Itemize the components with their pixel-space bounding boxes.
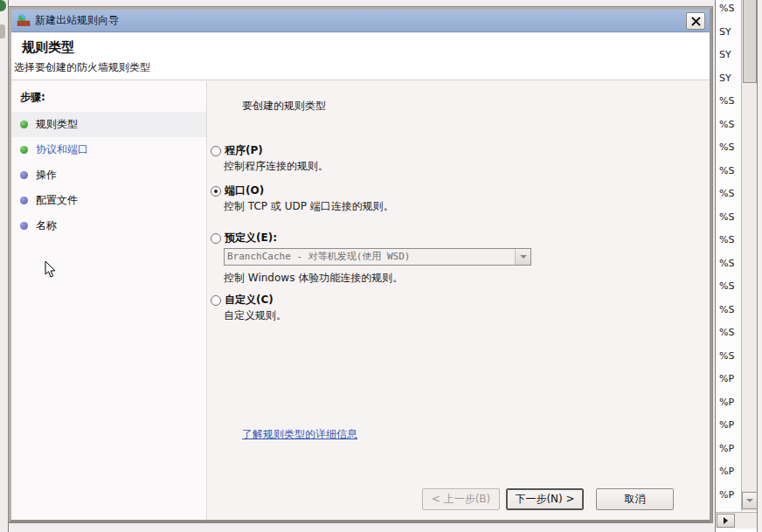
background-window-frame-edge (757, 0, 762, 532)
background-list-row: %S (719, 188, 734, 199)
step-bullet-icon (20, 197, 28, 204)
step-bullet-icon (20, 222, 28, 230)
step-item-3[interactable]: 配置文件 (11, 188, 206, 213)
radio-predefined[interactable] (211, 233, 221, 244)
background-window-list: %SSYSYSY%S%S%S%S%S%S%S%S%S%S%S%S%P%P%P%P… (715, 0, 762, 532)
option-custom-desc: 自定义规则。 (224, 308, 287, 323)
page-subtitle: 选择要创建的防火墙规则类型 (14, 60, 150, 75)
option-port-label[interactable]: 端口(O) (225, 183, 264, 198)
title-bar[interactable]: 新建出站规则向导 (11, 10, 710, 32)
background-window-left-edge (0, 0, 9, 532)
background-list-row: %S (719, 280, 734, 292)
arrow-down-icon (746, 499, 753, 502)
radio-custom[interactable] (211, 295, 221, 306)
cancel-button[interactable]: 取消 (596, 488, 674, 510)
step-label: 操作 (36, 168, 57, 183)
scrollbar-thumb[interactable] (743, 0, 757, 83)
horizontal-scrollbar[interactable] (716, 512, 762, 529)
vertical-scrollbar[interactable] (741, 0, 758, 511)
option-custom-label[interactable]: 自定义(C) (225, 293, 274, 307)
dropdown-arrow-button[interactable] (516, 249, 530, 265)
background-list-row: SY (719, 49, 731, 60)
background-list-row: %P (719, 466, 734, 477)
steps-panel: 步骤: 规则类型协议和端口操作配置文件名称 (11, 81, 207, 520)
option-program-desc: 控制程序连接的规则。 (224, 159, 329, 174)
background-list-row: SY (719, 26, 731, 38)
background-list-row: %S (719, 327, 734, 338)
option-port-desc: 控制 TCP 或 UDP 端口连接的规则。 (224, 199, 394, 214)
firewall-icon (17, 14, 31, 28)
step-item-1[interactable]: 协议和端口 (11, 137, 206, 162)
step-label: 名称 (36, 218, 57, 233)
arrow-right-icon (724, 517, 728, 524)
background-list-row: %P (719, 397, 734, 408)
step-bullet-icon (20, 171, 28, 179)
option-program-label[interactable]: 程序(P) (225, 143, 263, 158)
option-predefined-label[interactable]: 预定义(E): (225, 231, 277, 245)
radio-program[interactable] (211, 146, 221, 156)
predefined-dropdown-value: BranchCache - 对等机发现(使用 WSD) (225, 249, 516, 265)
background-list-row: %P (719, 489, 734, 501)
step-item-4[interactable]: 名称 (11, 213, 206, 238)
step-label: 协议和端口 (36, 142, 88, 157)
background-list-row: %S (719, 304, 734, 315)
scroll-right-button[interactable] (717, 514, 735, 528)
prompt-label: 要创建的规则类型 (242, 99, 326, 114)
steps-list: 规则类型协议和端口操作配置文件名称 (11, 112, 206, 238)
background-list-row: %S (719, 119, 734, 130)
step-bullet-icon (20, 121, 28, 128)
screen: { "window": { "title": "新建出站规则向导" }, "he… (0, 0, 762, 532)
close-button[interactable] (686, 12, 705, 30)
wizard-header: 规则类型 选择要创建的防火墙规则类型 (11, 33, 710, 80)
new-outbound-rule-wizard-dialog: 新建出站规则向导 规则类型 选择要创建的防火墙规则类型 步骤: 规则类型协议和端… (9, 7, 712, 522)
close-icon (691, 17, 701, 26)
background-list-row: SY (719, 73, 731, 84)
step-label: 配置文件 (36, 193, 78, 208)
background-icon-fragment (0, 24, 5, 38)
background-list-row: %S (719, 350, 734, 362)
radio-port[interactable] (211, 186, 221, 197)
background-icon-fragment (0, 0, 6, 11)
background-list-row: %S (719, 3, 734, 14)
background-list-row: %S (719, 211, 734, 223)
step-item-0[interactable]: 规则类型 (11, 112, 206, 137)
step-bullet-icon (20, 146, 28, 154)
option-predefined-desc: 控制 Windows 体验功能连接的规则。 (224, 271, 403, 286)
window-title: 新建出站规则向导 (35, 13, 119, 28)
background-list-row: %P (719, 419, 734, 431)
scroll-down-button[interactable] (742, 492, 758, 509)
background-list-row: %P (719, 443, 734, 454)
background-list-row: %S (719, 142, 734, 153)
page-title: 规则类型 (22, 39, 74, 56)
next-button[interactable]: 下一步(N) > (506, 488, 584, 510)
steps-heading: 步骤: (11, 88, 206, 112)
wizard-body: 步骤: 规则类型协议和端口操作配置文件名称 要创建的规则类型 程序(P) 控制程… (11, 81, 710, 520)
back-button[interactable]: < 上一步(B) (422, 488, 500, 510)
predefined-dropdown[interactable]: BranchCache - 对等机发现(使用 WSD) (224, 248, 531, 266)
step-item-2[interactable]: 操作 (11, 162, 206, 188)
background-list-row: %S (719, 165, 734, 176)
learn-more-link[interactable]: 了解规则类型的详细信息 (242, 427, 357, 442)
chevron-down-icon (520, 255, 527, 259)
rule-type-page: 要创建的规则类型 程序(P) 控制程序连接的规则。 端口(O) 控制 TCP 或… (207, 81, 710, 520)
background-list-row: %S (719, 234, 734, 245)
background-list-row: %S (719, 95, 734, 107)
mouse-cursor (45, 261, 57, 279)
background-list-row: %S (719, 258, 734, 269)
background-list-row: %P (719, 373, 734, 384)
step-label: 规则类型 (36, 117, 78, 132)
